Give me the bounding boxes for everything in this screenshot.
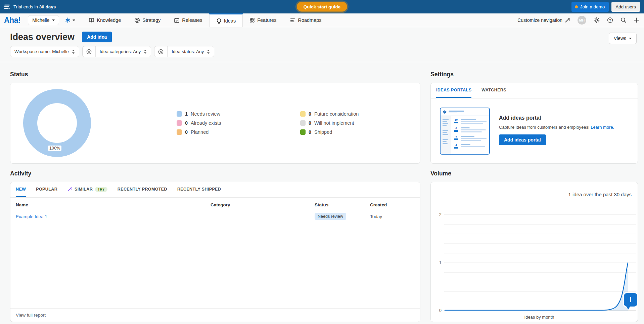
nav-item-features[interactable]: Features [243, 13, 283, 27]
nav-item-label: Strategy [142, 17, 160, 23]
customize-navigation-label: Customize navigation [517, 17, 562, 23]
ytick-1: 1 [439, 260, 442, 265]
nav-item-label: Releases [182, 17, 202, 23]
nav-item-strategy[interactable]: Strategy [128, 13, 167, 27]
nav-item-roadmaps[interactable]: Roadmaps [283, 13, 328, 27]
filter-idea-status: Idea status: Any [154, 46, 214, 57]
legend-count: 0 [185, 129, 188, 135]
portal-description: Capture ideas from customers and employe… [499, 125, 614, 130]
nav-item-knowledge[interactable]: Knowledge [82, 13, 128, 27]
sort-arrows-icon [144, 49, 147, 54]
tab-ideas-portals[interactable]: IDEAS PORTALS [436, 83, 471, 98]
tab-new[interactable]: NEW [16, 182, 26, 197]
filter-label: Workspace name: Michelle [14, 49, 69, 54]
ai-sparkle-menu[interactable] [65, 17, 75, 23]
tab-recently-shipped[interactable]: RECENTLY SHIPPED [177, 182, 221, 197]
ideas-lightbulb-icon [216, 18, 222, 24]
activity-table-header: Name Category Status Created [10, 198, 420, 211]
status-heading: Status [10, 71, 420, 78]
settings-gear-icon[interactable] [594, 17, 600, 23]
chevron-down-icon [629, 38, 632, 39]
status-legend-column-2: 0 Future consideration 0 Will not implem… [300, 111, 359, 135]
filter-workspace[interactable]: Workspace name: Michelle [10, 46, 79, 57]
portal-list-item: 4 [454, 144, 487, 149]
tab-popular[interactable]: POPULAR [36, 182, 57, 197]
ytick-0: 0 [439, 308, 442, 313]
add-users-button[interactable]: Add users [611, 2, 640, 12]
magic-wand-icon [565, 17, 570, 23]
idea-link[interactable]: Example Idea 1 [16, 214, 211, 219]
clear-filter-icon[interactable] [154, 46, 168, 57]
legend-count: 1 [185, 111, 188, 117]
sort-arrows-icon [207, 49, 210, 54]
chevron-down-icon [73, 19, 75, 21]
legend-count: 0 [309, 129, 311, 135]
legend-label: Planned [191, 129, 209, 135]
legend-label: Future consideration [314, 111, 359, 117]
volume-heading: Volume [430, 170, 638, 177]
views-dropdown-button[interactable]: Views [609, 33, 637, 44]
search-icon[interactable] [620, 17, 627, 23]
aha-logo[interactable]: Aha! [4, 16, 20, 25]
filter-label: Idea categories: Any [100, 49, 141, 54]
donut-percent-label: 100% [48, 146, 61, 151]
tab-similar[interactable]: SIMILAR TRY [67, 182, 107, 197]
features-icon [249, 17, 255, 23]
join-demo-button[interactable]: Join a demo [571, 2, 609, 12]
trial-menu-icon[interactable] [4, 4, 10, 9]
activity-card: NEW POPULAR SIMILAR TRY RECENTLY PROMOTE… [10, 182, 420, 322]
filter-label: Idea status: Any [172, 49, 204, 54]
column-header-created: Created [370, 202, 415, 207]
nav-item-ideas[interactable]: Ideas [209, 13, 243, 27]
volume-summary: 1 idea over the past 30 days [431, 182, 638, 197]
portal-list-item: 10 [454, 119, 487, 124]
strategy-icon [134, 17, 140, 23]
activity-heading: Activity [10, 170, 420, 177]
add-idea-button[interactable]: Add idea [82, 32, 112, 42]
help-icon[interactable]: ? [607, 17, 613, 23]
customize-navigation-button[interactable]: Customize navigation [517, 17, 570, 23]
view-full-report-link[interactable]: View full report [10, 308, 420, 322]
portal-title: Add ideas portal [499, 115, 614, 121]
legend-label: Already exists [191, 120, 221, 126]
magic-wand-icon [67, 187, 72, 192]
legend-count: 0 [185, 120, 188, 126]
nav-item-releases[interactable]: Releases [167, 13, 209, 27]
page-header: Ideas overview Add idea Views Workspace … [0, 27, 644, 62]
nav-item-label: Features [257, 17, 276, 23]
tab-recently-promoted[interactable]: RECENTLY PROMOTED [118, 182, 167, 197]
portal-list-item: 4 [454, 135, 487, 141]
column-header-category: Category [211, 202, 315, 207]
main-navigation: Aha! Michelle Knowledge Strategy Release… [0, 13, 644, 27]
settings-card: IDEAS PORTALS WATCHERS [430, 83, 638, 164]
activity-tabs: NEW POPULAR SIMILAR TRY RECENTLY PROMOTE… [10, 182, 420, 198]
legend-swatch [177, 111, 182, 117]
user-avatar[interactable]: MH [578, 16, 586, 25]
add-plus-icon[interactable] [634, 17, 639, 23]
workspace-selector[interactable]: Michelle [28, 15, 59, 25]
nav-item-label: Knowledge [97, 17, 121, 23]
legend-count: 0 [309, 120, 311, 126]
settings-tabs: IDEAS PORTALS WATCHERS [431, 83, 638, 98]
tab-label: SIMILAR [75, 187, 93, 192]
add-ideas-portal-button[interactable]: Add ideas portal [499, 134, 546, 145]
portal-list-item: 6 [454, 127, 487, 132]
legend-swatch [177, 120, 182, 126]
settings-heading: Settings [430, 71, 638, 78]
volume-x-axis-label: Ideas by month [431, 315, 638, 320]
trial-bar: Trial ends in 30 days Quick start guide … [0, 0, 644, 13]
chevron-down-icon [52, 19, 55, 21]
clear-filter-icon[interactable] [83, 46, 96, 57]
learn-more-link[interactable]: Learn more. [591, 125, 614, 130]
legend-label: Needs review [191, 111, 220, 117]
try-badge: TRY [95, 187, 107, 192]
tab-watchers[interactable]: WATCHERS [481, 83, 506, 98]
notification-bubble[interactable]: ! [624, 293, 637, 307]
quick-start-guide-button[interactable]: Quick start guide [297, 2, 347, 12]
releases-icon [174, 17, 180, 23]
filter-bar: Workspace name: Michelle Idea categories… [10, 46, 637, 57]
volume-card: 1 idea over the past 30 days 2 1 [430, 182, 638, 322]
legend-item: 0 Future consideration [300, 111, 359, 117]
table-row: Example Idea 1 Needs review Today [10, 211, 420, 222]
main-content: Status 100% 1 Needs review 0 Already exi… [0, 62, 644, 324]
